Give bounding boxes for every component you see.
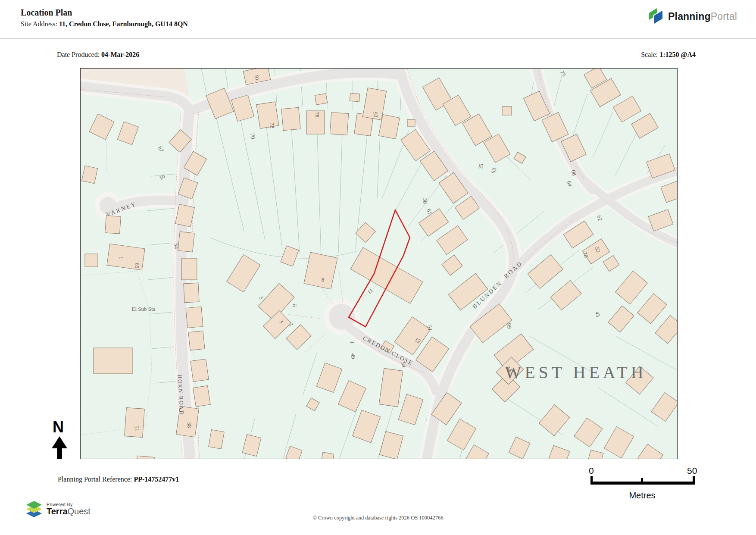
- building-footprint: [186, 307, 203, 328]
- building-footprint: [193, 386, 210, 407]
- planning-portal-logo: PlanningPortal: [646, 6, 737, 27]
- os-map: [81, 69, 677, 459]
- scalebar-unit: Metres: [590, 491, 694, 501]
- planning-portal-reference: Planning Portal Reference: PP-14752477v1: [58, 476, 179, 483]
- building-footprint: [502, 106, 512, 115]
- scalebar-end: 50: [687, 466, 697, 476]
- scalebar: [590, 475, 696, 486]
- building-footprint: [306, 111, 325, 134]
- page-title: Location Plan: [21, 8, 72, 18]
- north-label: N: [53, 418, 64, 436]
- map-scale: Scale: 1:1250 @A4: [641, 51, 696, 59]
- building-footprint: [256, 102, 279, 128]
- building-footprint: [85, 254, 98, 267]
- building-footprint: [281, 107, 300, 130]
- site-address: Site Address: 11, Credon Close, Farnboro…: [21, 20, 188, 28]
- building-footprint: [315, 94, 327, 105]
- building-footprint: [125, 408, 145, 438]
- building-footprint: [105, 216, 121, 234]
- terraquest-logo: Powered By TerraQuest: [25, 500, 91, 518]
- location-plan-page: Location Plan Site Address: 11, Credon C…: [0, 0, 756, 535]
- building-footprint: [107, 244, 145, 270]
- site-address-value: 11, Credon Close, Farnborough, GU14 8QN: [59, 20, 188, 28]
- date-produced: Date Produced: 04-Mar-2026: [57, 51, 139, 59]
- terraquest-logo-text: Powered By TerraQuest: [47, 502, 91, 516]
- building-footprint: [181, 258, 197, 280]
- building-footprint: [191, 359, 209, 382]
- map-canvas: VARNEYHORN ROADCREDON CLOSEBLUNDENROADEl…: [80, 68, 678, 459]
- header-divider: [0, 38, 756, 38]
- building-footprint: [94, 348, 132, 374]
- scalebar-start: 0: [589, 466, 594, 476]
- north-arrow-icon: [50, 436, 69, 460]
- terraquest-logo-icon: [25, 500, 43, 518]
- building-footprint: [188, 331, 205, 350]
- planning-portal-logo-icon: [646, 6, 665, 27]
- building-footprint: [330, 113, 348, 135]
- building-footprint: [209, 430, 224, 449]
- building-footprint: [178, 232, 194, 252]
- building-footprint: [176, 406, 199, 437]
- planning-portal-logo-text: PlanningPortal: [668, 11, 737, 22]
- building-footprint: [184, 283, 199, 303]
- site-address-label: Site Address:: [21, 20, 57, 28]
- building-footprint: [407, 119, 415, 126]
- building-footprint: [350, 93, 359, 102]
- crown-copyright: © Crown copyright and database rights 20…: [312, 515, 443, 521]
